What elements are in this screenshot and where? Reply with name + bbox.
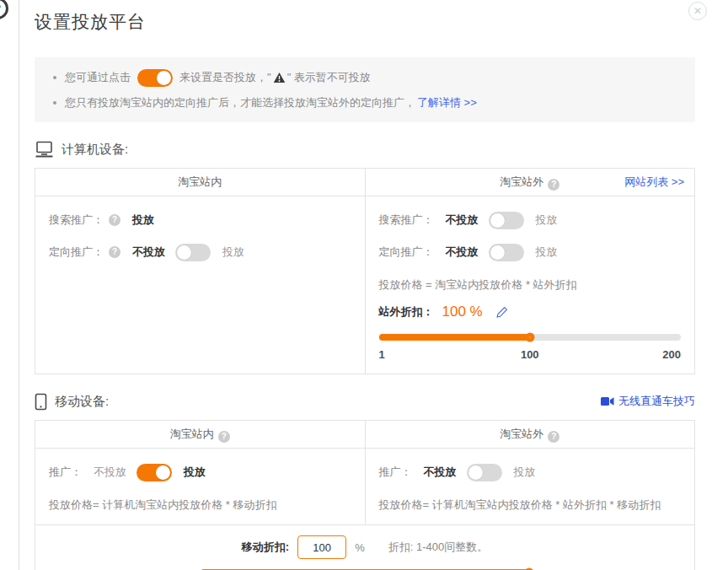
bullet-icon — [53, 101, 56, 105]
help-icon[interactable]: ? — [109, 214, 120, 226]
status-on-label: 投放 — [536, 245, 558, 260]
edit-pencil-icon[interactable] — [496, 306, 508, 318]
scale-min: 1 — [379, 348, 385, 361]
status-off-label: 不投放 — [446, 245, 479, 260]
offsite-discount-row: 站外折扣： 100 % — [379, 304, 682, 320]
computer-section-header: 计算机设备: — [35, 137, 695, 161]
scale-mid: 100 — [521, 348, 539, 361]
computer-section-text: 计算机设备: — [62, 142, 128, 158]
status-off-label: 不投放 — [424, 465, 457, 480]
mobile-table-body: 推广： 不投放 投放 投放价格= 计算机淘宝站内投放价格 * 移动折扣 推广： … — [35, 449, 694, 524]
computer-section-label: 计算机设备: — [35, 141, 128, 158]
notice-text: 来设置是否投放，" — [179, 68, 271, 87]
mobile-section-header: 移动设备: 无线直通车技巧 — [35, 390, 695, 413]
slider-fill — [379, 334, 530, 341]
help-icon[interactable]: ? — [548, 179, 559, 191]
row-label: 推广： — [379, 465, 412, 480]
monitor-icon — [35, 141, 54, 158]
mobile-discount-row: 移动折扣: % 折扣: 1-400间整数。 — [35, 535, 694, 559]
notice-text: " 表示暂不可投放 — [287, 68, 371, 87]
page-title: 设置投放平台 — [35, 10, 695, 34]
mobile-onsite-cell: 推广： 不投放 投放 投放价格= 计算机淘宝站内投放价格 * 移动折扣 — [35, 449, 366, 524]
mobile-discount-label: 移动折扣: — [242, 540, 289, 555]
row-label: 定向推广： — [49, 245, 104, 260]
computer-onsite-header: 淘宝站内 — [35, 169, 366, 196]
notice-line-2: 您只有投放淘宝站内的定向推广后，才能选择投放淘宝站外的定向推广， 了解详情 >> — [51, 94, 678, 112]
offsite-search-toggle[interactable] — [489, 212, 524, 229]
mobile-onsite-toggle[interactable] — [136, 464, 172, 481]
toggle-knob — [468, 465, 483, 480]
status-off-label: 不投放 — [132, 245, 165, 260]
smartphone-icon — [35, 393, 47, 411]
mobile-offsite-formula: 投放价格= 计算机淘宝站内投放价格 * 站外折扣 * 移动折扣 — [379, 497, 682, 513]
mobile-table: 淘宝站内? 淘宝站外? 推广： 不投放 投放 投放价格= 计 — [35, 420, 695, 570]
offsite-price-formula: 投放价格 = 淘宝站内投放价格 * 站外折扣 — [379, 277, 682, 293]
wireless-tips-link[interactable]: 无线直通车技巧 — [601, 394, 695, 409]
help-badge-icon: ? — [0, 0, 8, 19]
onsite-target-toggle[interactable] — [175, 244, 211, 261]
mobile-offsite-toggle[interactable] — [467, 464, 502, 481]
offsite-discount-slider[interactable] — [379, 334, 682, 341]
status-on-label: 投放 — [222, 245, 244, 260]
notice-text: 您只有投放淘宝站内的定向推广后，才能选择投放淘宝站外的定向推广， — [65, 94, 415, 112]
learn-more-link[interactable]: 了解详情 >> — [417, 94, 477, 112]
mobile-discount-input[interactable] — [297, 535, 346, 559]
percent-unit: % — [355, 541, 365, 554]
delivery-platform-dialog: ? ✕ 设置投放平台 您可通过点击 来设置是否投放，" " 表示暂不可投放 — [0, 0, 728, 570]
help-icon[interactable]: ? — [109, 246, 120, 258]
mobile-offsite-promo-row: 推广： 不投放 投放 — [379, 462, 682, 482]
offsite-target-toggle[interactable] — [489, 244, 524, 261]
offsite-target-row: 定向推广： 不投放 投放 — [379, 242, 682, 262]
status-value: 投放 — [132, 212, 154, 228]
computer-table-head: 淘宝站内 淘宝站外? 网站列表 >> — [35, 169, 694, 196]
offsite-slider-scale: 1 100 200 — [379, 348, 682, 362]
bullet-icon — [53, 76, 56, 79]
notice-text: 您可通过点击 — [65, 68, 131, 87]
mobile-offsite-cell: 推广： 不投放 投放 投放价格= 计算机淘宝站内投放价格 * 站外折扣 * 移动… — [366, 449, 695, 524]
computer-onsite-cell: 搜索推广： ? 投放 定向推广： ? 不投放 投放 — [35, 196, 366, 374]
status-off-label: 不投放 — [94, 465, 126, 480]
notice-box: 您可通过点击 来设置是否投放，" " 表示暂不可投放 您只有投放淘宝站内的定向推… — [35, 57, 695, 122]
offsite-search-row: 搜索推广： 不投放 投放 — [379, 210, 682, 230]
notice-line-1: 您可通过点击 来设置是否投放，" " 表示暂不可投放 — [51, 68, 678, 87]
toggle-knob — [156, 465, 170, 480]
onsite-target-row: 定向推广： ? 不投放 投放 — [49, 242, 351, 262]
discount-label: 站外折扣： — [379, 304, 434, 320]
sample-toggle[interactable] — [137, 69, 173, 87]
mobile-table-head: 淘宝站内? 淘宝站外? — [35, 421, 694, 449]
mobile-onsite-formula: 投放价格= 计算机淘宝站内投放价格 * 移动折扣 — [49, 497, 351, 513]
help-icon[interactable]: ? — [548, 431, 559, 443]
mobile-onsite-promo-row: 推广： 不投放 投放 — [49, 462, 351, 482]
computer-offsite-cell: 搜索推广： 不投放 投放 定向推广： 不投放 投放 投放价格 = 淘宝站内投放价… — [366, 196, 695, 374]
status-on-label: 投放 — [514, 465, 536, 480]
warning-triangle-icon — [273, 72, 286, 83]
status-off-label: 不投放 — [446, 212, 479, 228]
toggle-knob — [490, 213, 505, 228]
video-camera-icon — [601, 396, 614, 406]
scale-max: 200 — [662, 348, 681, 361]
help-icon[interactable]: ? — [218, 431, 230, 443]
toggle-knob — [177, 245, 191, 260]
row-label: 定向推广： — [379, 245, 434, 260]
status-on-label: 投放 — [536, 212, 558, 228]
row-label: 推广： — [49, 465, 82, 480]
discount-value: 100 % — [442, 304, 483, 320]
mobile-discount-section: 移动折扣: % 折扣: 1-400间整数。 1 200 40 — [35, 524, 694, 570]
computer-table: 淘宝站内 淘宝站外? 网站列表 >> 搜索推广： ? 投放 — [35, 168, 695, 374]
onsite-search-row: 搜索推广： ? 投放 — [49, 210, 351, 230]
mobile-onsite-header: 淘宝站内? — [35, 421, 366, 448]
mobile-section-label: 移动设备: — [35, 393, 109, 411]
row-label: 搜索推广： — [49, 212, 104, 228]
row-label: 搜索推广： — [379, 212, 434, 228]
slider-handle[interactable] — [525, 333, 534, 342]
status-on-label: 投放 — [184, 465, 206, 480]
mobile-offsite-header: 淘宝站外? — [366, 421, 695, 448]
mobile-section-text: 移动设备: — [55, 394, 109, 410]
toggle-knob — [157, 71, 171, 85]
toggle-knob — [490, 245, 505, 260]
modal-panel: 设置投放平台 您可通过点击 来设置是否投放，" " 表示暂不可投放 — [19, 0, 728, 570]
computer-table-body: 搜索推广： ? 投放 定向推广： ? 不投放 投放 — [35, 196, 694, 374]
website-list-link[interactable]: 网站列表 >> — [624, 169, 684, 196]
discount-hint: 折扣: 1-400间整数。 — [388, 540, 488, 555]
computer-offsite-header: 淘宝站外? 网站列表 >> — [366, 169, 695, 196]
